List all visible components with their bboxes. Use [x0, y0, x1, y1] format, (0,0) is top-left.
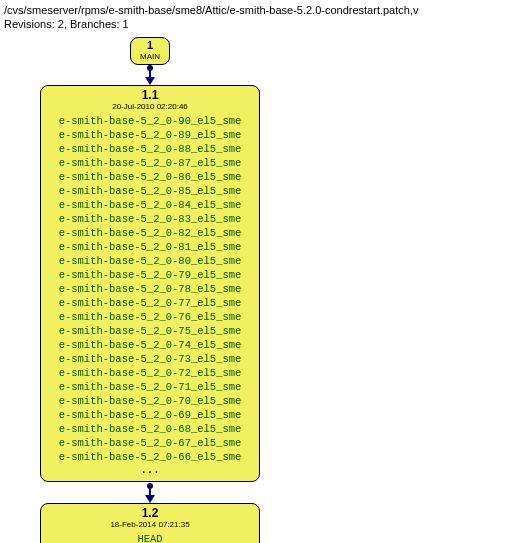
tag-line: e-smith-base-5_2_0-72_el5_sme: [41, 366, 259, 380]
tag-line: e-smith-base-5_2_0-78_el5_sme: [41, 282, 259, 296]
tag-line: e-smith-base-5_2_0-69_el5_sme: [41, 408, 259, 422]
tag-line: e-smith-base-5_2_0-81_el5_sme: [41, 240, 259, 254]
tag-line: e-smith-base-5_2_0-83_el5_sme: [41, 212, 259, 226]
tag-line: e-smith-base-5_2_0-68_el5_sme: [41, 422, 259, 436]
tag-line: e-smith-base-5_2_0-77_el5_sme: [41, 296, 259, 310]
tag-line: e-smith-base-5_2_0-88_el5_sme: [41, 142, 259, 156]
connector-arrow: [145, 495, 155, 503]
tag-line: e-smith-base-5_2_0-86_el5_sme: [41, 170, 259, 184]
header: /cvs/smeserver/rpms/e-smith-base/sme8/At…: [0, 0, 512, 31]
node-1-1[interactable]: 1.1 20-Jul-2010 02:20:46 e-smith-base-5_…: [40, 85, 260, 482]
page: /cvs/smeserver/rpms/e-smith-base/sme8/At…: [0, 0, 512, 543]
revisions-line: Revisions: 2, Branches: 1: [4, 17, 508, 31]
tag-line: e-smith-base-5_2_0-74_el5_sme: [41, 338, 259, 352]
connector-arrow: [145, 77, 155, 85]
tag-line: e-smith-base-5_2_0-76_el5_sme: [41, 310, 259, 324]
node-1-1-number: 1.1: [41, 86, 259, 102]
node-1-2-number: 1.2: [41, 504, 259, 520]
node-1-2-label: HEAD: [41, 532, 259, 543]
tag-line: e-smith-base-5_2_0-73_el5_sme: [41, 352, 259, 366]
tag-line: e-smith-base-5_2_0-89_el5_sme: [41, 128, 259, 142]
tag-line: e-smith-base-5_2_0-85_el5_sme: [41, 184, 259, 198]
tag-ellipsis: ...: [41, 464, 259, 477]
node-1-1-date: 20-Jul-2010 02:20:46: [41, 102, 259, 112]
tag-line: e-smith-base-5_2_0-79_el5_sme: [41, 268, 259, 282]
node-main-number: 1: [131, 38, 169, 52]
tag-line: e-smith-base-5_2_0-66_el5_sme: [41, 450, 259, 464]
node-main[interactable]: 1 MAIN: [130, 37, 170, 65]
tag-line: e-smith-base-5_2_0-87_el5_sme: [41, 156, 259, 170]
node-1-2-date: 18-Feb-2014 07:21:35: [41, 520, 259, 530]
tag-line: e-smith-base-5_2_0-84_el5_sme: [41, 198, 259, 212]
tag-line: e-smith-base-5_2_0-80_el5_sme: [41, 254, 259, 268]
tag-list: e-smith-base-5_2_0-90_el5_smee-smith-bas…: [41, 114, 259, 464]
tag-line: e-smith-base-5_2_0-82_el5_sme: [41, 226, 259, 240]
tag-line: e-smith-base-5_2_0-75_el5_sme: [41, 324, 259, 338]
tag-line: e-smith-base-5_2_0-71_el5_sme: [41, 380, 259, 394]
tag-line: e-smith-base-5_2_0-90_el5_sme: [41, 114, 259, 128]
node-1-2[interactable]: 1.2 18-Feb-2014 07:21:35 HEAD: [40, 503, 260, 543]
tag-line: e-smith-base-5_2_0-70_el5_sme: [41, 394, 259, 408]
repo-path: /cvs/smeserver/rpms/e-smith-base/sme8/At…: [4, 3, 508, 17]
tag-line: e-smith-base-5_2_0-67_el5_sme: [41, 436, 259, 450]
node-main-label: MAIN: [131, 52, 169, 62]
